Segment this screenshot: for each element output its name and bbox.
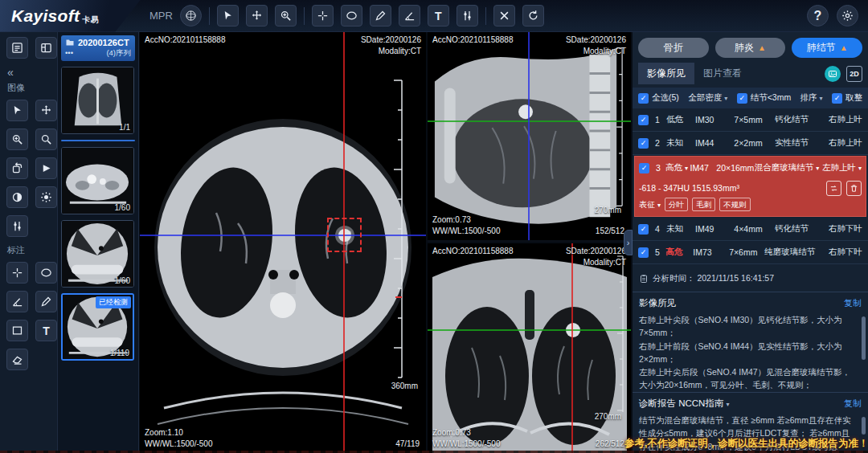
ellipse-tool-button[interactable] bbox=[341, 5, 362, 27]
checkbox-checked-icon[interactable]: ✓ bbox=[639, 163, 649, 173]
axial-zoom-level: Zoom:1.10 bbox=[145, 427, 212, 439]
brightness-button[interactable] bbox=[35, 186, 57, 208]
report-title-dropdown[interactable]: 诊断报告 NCCN指南▾ bbox=[639, 398, 729, 410]
angle-tool-button[interactable] bbox=[399, 5, 420, 27]
pencil-annotation-button[interactable] bbox=[35, 291, 57, 312]
text-annotation-button[interactable]: T bbox=[35, 320, 57, 341]
nodule-risk-dropdown[interactable]: 高危▾ bbox=[665, 162, 690, 173]
checkbox-checked-icon[interactable]: ✓ bbox=[638, 138, 649, 149]
fracture-mode-button[interactable]: 骨折 bbox=[638, 38, 709, 58]
trait-tag[interactable]: 毛刺 bbox=[692, 198, 715, 211]
tab-findings[interactable]: 影像所见 bbox=[638, 63, 694, 84]
findings-scrollbar[interactable] bbox=[862, 316, 866, 360]
rectangle-annotation-button[interactable] bbox=[6, 320, 28, 341]
sort-dropdown[interactable]: 排序▾ bbox=[800, 92, 823, 104]
density-dropdown[interactable]: 全部密度▾ bbox=[688, 92, 727, 104]
pan-tool-button[interactable] bbox=[246, 5, 268, 27]
nodule-risk: 未知 bbox=[666, 137, 695, 149]
collapse-sidebar-icon[interactable]: « bbox=[7, 66, 57, 79]
lung-nodule-mode-button[interactable]: 肺结节▲ bbox=[792, 38, 862, 58]
series-thumbnail-scout[interactable]: 1/1 bbox=[61, 67, 134, 134]
pointer-tool-button[interactable] bbox=[217, 5, 239, 27]
coronal-study-info: SDate:20200126 Modality:CT bbox=[566, 246, 626, 268]
nodule-list: ✓ 1 低危 IM30 7×5mm 钙化结节 右肺上叶 ✓ 2 未知 IM44 … bbox=[633, 108, 868, 264]
nodule-row-3-selected[interactable]: ✓ 3 高危▾ IM47 20×16mm 混合磨玻璃结节▾ 左肺上叶▾ -618… bbox=[634, 156, 866, 217]
sagittal-crosshair-vertical[interactable] bbox=[528, 32, 530, 240]
series-thumbnail-lung[interactable]: 1/60 bbox=[61, 220, 134, 288]
axial-slice-index: 47/119 bbox=[395, 439, 420, 450]
nodule-location: 右肺下叶 bbox=[813, 223, 862, 235]
checkbox-checked-icon[interactable]: ✓ bbox=[638, 224, 649, 235]
study-header[interactable]: 20200126CT •••(4)序列 bbox=[61, 35, 135, 61]
density-label: 全部密度 bbox=[688, 92, 722, 104]
nodule-hu-volume: -618 - 347HU 1515.93mm³ bbox=[639, 183, 739, 193]
coronal-crosshair-horizontal[interactable] bbox=[428, 329, 631, 331]
more-dots-icon[interactable]: ••• bbox=[65, 48, 73, 59]
small-nodule-checkbox[interactable]: ✓结节<3mm bbox=[737, 92, 791, 104]
axial-viewport[interactable]: AccNO:202101158888 SDate:20200126 Modali… bbox=[140, 32, 426, 453]
sagittal-viewport[interactable]: AccNO:202101158888 SDate:20200126 Modali… bbox=[428, 32, 631, 242]
sort-label: 排序 bbox=[800, 92, 817, 104]
settings-gear-icon[interactable] bbox=[837, 5, 858, 27]
checkbox-checked-icon[interactable]: ✓ bbox=[638, 115, 649, 125]
app-logo: Kayisoft卡易 bbox=[0, 0, 141, 32]
tab-image-view[interactable]: 图片查看 bbox=[694, 63, 751, 84]
rotate-image-button[interactable] bbox=[6, 157, 28, 179]
axial-sdate: SDate:20200126 bbox=[361, 35, 421, 46]
report-list-icon[interactable] bbox=[6, 37, 28, 59]
nodule-row-5[interactable]: ✓ 5 高危 IM73 7×6mm 纯磨玻璃结节 右肺下叶 bbox=[633, 241, 868, 264]
key-image-icon[interactable] bbox=[825, 66, 841, 82]
series-thumbnail-lung-detected[interactable]: 已经检测 1/119 bbox=[61, 293, 134, 361]
help-icon[interactable]: ? bbox=[807, 5, 829, 27]
zoom-tool-button[interactable] bbox=[275, 5, 297, 27]
traits-label: 表征 bbox=[639, 200, 655, 209]
traits-dropdown[interactable]: 表征▾ bbox=[639, 199, 661, 210]
text-tool-button[interactable]: T bbox=[428, 5, 449, 27]
axial-crosshair-horizontal[interactable] bbox=[140, 235, 426, 236]
round-checkbox[interactable]: ✓取整 bbox=[832, 92, 862, 104]
trait-tag[interactable]: 不规则 bbox=[719, 198, 751, 211]
report-scrollbar[interactable] bbox=[862, 417, 866, 435]
nodule-row-2[interactable]: ✓ 2 未知 IM44 2×2mm 实性结节 右肺上叶 bbox=[633, 132, 868, 155]
coronal-ruler-label: 270mm bbox=[595, 412, 621, 421]
magnify-tool-button[interactable] bbox=[35, 129, 57, 150]
pneumonia-mode-button[interactable]: 肺炎▲ bbox=[715, 38, 786, 58]
nodule-row-4[interactable]: ✓ 4 未知 IM49 4×4mm 钙化结节 右肺下叶 bbox=[633, 218, 868, 241]
copy-report-link[interactable]: 复制 bbox=[844, 398, 862, 410]
pointer-tool-button[interactable] bbox=[6, 100, 28, 121]
invert-contrast-button[interactable] bbox=[6, 186, 28, 208]
nodule-type-dropdown[interactable]: 混合磨玻璃结节▾ bbox=[755, 162, 820, 173]
pan-tool-button[interactable] bbox=[35, 100, 57, 121]
transfer-report-icon[interactable] bbox=[826, 181, 841, 196]
window-level-sliders-button[interactable] bbox=[6, 215, 28, 237]
coronal-viewport[interactable]: AccNO:202101158888 SDate:20200126 Modali… bbox=[428, 243, 631, 453]
ellipse-annotation-button[interactable] bbox=[35, 262, 57, 284]
delete-nodule-icon[interactable] bbox=[846, 181, 862, 196]
cine-play-button[interactable] bbox=[35, 157, 57, 179]
nodule-size: 7×5mm bbox=[726, 115, 771, 124]
2d-view-toggle[interactable]: 2D bbox=[846, 66, 862, 82]
select-all-checkbox[interactable]: ✓全选(5) bbox=[638, 92, 679, 104]
trait-tag[interactable]: 分叶 bbox=[665, 198, 688, 211]
sagittal-accno: AccNO:202101158888 bbox=[432, 35, 513, 46]
reset-view-button[interactable] bbox=[522, 5, 544, 27]
pencil-measure-tool-button[interactable] bbox=[370, 5, 391, 27]
window-level-tool-button[interactable] bbox=[457, 5, 478, 27]
eraser-annotation-button[interactable] bbox=[6, 349, 28, 370]
nodule-row-1[interactable]: ✓ 1 低危 IM30 7×5mm 钙化结节 右肺上叶 bbox=[633, 108, 868, 132]
mpr-icon[interactable] bbox=[180, 5, 202, 27]
crosshair-tool-button[interactable] bbox=[312, 5, 334, 27]
crosshair-annotation-button[interactable] bbox=[6, 262, 28, 284]
nodule-roi-box[interactable] bbox=[327, 218, 362, 252]
panel-collapse-handle[interactable]: › bbox=[624, 230, 633, 255]
copy-findings-link[interactable]: 复制 bbox=[844, 297, 862, 309]
angle-annotation-button[interactable] bbox=[6, 291, 28, 312]
series-thumbnail-mediastinum[interactable]: 1/60 bbox=[61, 147, 134, 214]
zoom-in-tool-button[interactable] bbox=[6, 129, 28, 150]
coronal-crosshair-vertical[interactable] bbox=[571, 243, 573, 453]
series-layout-icon[interactable] bbox=[35, 37, 57, 59]
clear-annotations-button[interactable] bbox=[493, 5, 515, 27]
nodule-location-dropdown[interactable]: 左肺上叶▾ bbox=[819, 162, 862, 173]
nodule-filter-bar: ✓全选(5) 全部密度▾ ✓结节<3mm 排序▾ ✓取整 bbox=[633, 88, 868, 108]
checkbox-checked-icon[interactable]: ✓ bbox=[638, 247, 649, 258]
